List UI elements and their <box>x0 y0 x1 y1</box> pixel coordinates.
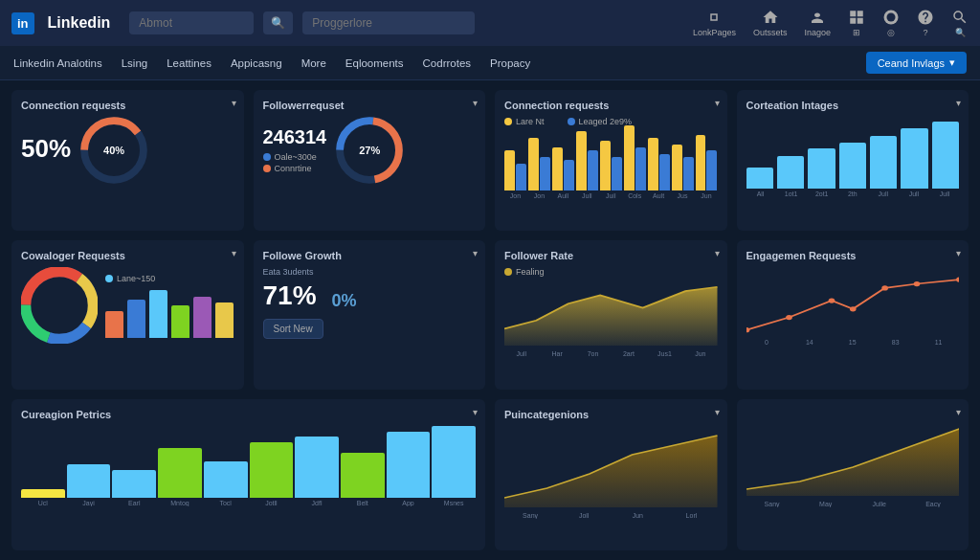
connection-chart-legend-dot-2 <box>552 118 560 125</box>
connection-chart-dropdown-icon[interactable]: ▾ <box>715 98 720 108</box>
follower-rate-chart <box>504 279 718 346</box>
svg-point-16 <box>849 306 856 311</box>
pc-x-3: Lorl <box>665 512 717 519</box>
grid-nav-icon[interactable]: ⊞ <box>848 9 865 37</box>
follower-req-dropdown-icon[interactable]: ▾ <box>473 98 478 108</box>
svg-point-15 <box>828 299 835 303</box>
search2-label: 🔍 <box>955 28 966 37</box>
cur-bar-2 <box>112 470 156 498</box>
subnav-leattines[interactable]: Leattines <box>167 57 212 69</box>
bar-3 <box>808 148 835 189</box>
cureagion-dropdown-icon[interactable]: ▾ <box>473 407 478 417</box>
follower-req-title: Followerrequset <box>263 100 477 111</box>
search-button-1[interactable]: 🔍 <box>263 11 293 34</box>
x-label-4: Juil <box>600 192 622 199</box>
follower-rate-legend: Fealing <box>504 267 718 277</box>
connection-req-donut-center: 40% <box>103 145 124 156</box>
brand-name: Linkedin <box>48 14 111 32</box>
bar-group-6 <box>624 125 646 190</box>
image-nav-icon[interactable]: Inagoe <box>804 9 831 37</box>
cx-label-4: Jull <box>869 190 898 197</box>
cowaloger-requests-card: Cowaloger Requests ▾ Lane~150 <box>11 240 244 389</box>
follow-growth-card: Followe Growth ▾ Eata 3udents 71% 0% Sor… <box>254 240 486 389</box>
search-input-1[interactable] <box>129 11 254 34</box>
lc-x-2: Julle <box>854 501 905 507</box>
last-card-dropdown-icon[interactable]: ▾ <box>956 407 961 417</box>
cx-label-2: 2ot1 <box>808 190 836 197</box>
puincate-dropdown-icon[interactable]: ▾ <box>715 407 720 417</box>
last-area-card: ▾ Sany May Julle Eacy <box>737 399 969 550</box>
search-input-2[interactable] <box>302 11 475 34</box>
subnav-codrrotes[interactable]: Codrrotes <box>423 57 472 69</box>
puincate-x-labels: Sany Joll Jun Lorl <box>504 512 718 519</box>
connection-req-stat: 50% <box>21 134 71 164</box>
subnav-more[interactable]: More <box>301 57 326 69</box>
subnav-eqlooments[interactable]: Eqlooments <box>345 57 404 69</box>
follower-legend-dot-1 <box>263 153 271 161</box>
home-nav-icon[interactable]: Outssets <box>753 9 788 37</box>
bar-6 <box>901 128 927 189</box>
lonkpages-nav-icon[interactable]: LonkPages <box>693 9 736 37</box>
bar-4 <box>839 143 866 189</box>
cowal-bar-4 <box>171 305 189 338</box>
svg-point-14 <box>786 315 792 320</box>
search-nav-icon[interactable]: 🔍 <box>951 9 969 37</box>
cx-label-0: All <box>746 190 775 197</box>
follow-growth-stats: 71% 0% <box>263 280 477 311</box>
x-label-0: Jon <box>504 192 526 199</box>
follower-rate-legend-dot <box>504 268 512 276</box>
sort-new-button[interactable]: Sort New <box>263 319 323 339</box>
engagement-title: Engagemen Requests <box>746 250 960 261</box>
follower-rate-title: Follower Rate <box>504 250 718 261</box>
follow-growth-stat2: 0% <box>332 291 357 311</box>
correction-images-card: Corteation Intages ▾ All 1ot1 2ot1 2th J… <box>737 90 969 231</box>
follower-rate-dropdown-icon[interactable]: ▾ <box>715 248 720 258</box>
follower-legend-label-2: Connrtine <box>275 164 312 173</box>
cx-label-5: Jull <box>900 190 928 197</box>
cowaloger-donut <box>21 267 98 344</box>
follower-legend-2: Connrtine <box>263 164 327 173</box>
follow-growth-dropdown-icon[interactable]: ▾ <box>473 248 478 258</box>
profile-nav-icon[interactable]: ◎ <box>882 9 900 37</box>
cowaloger-legend-1: Lane~150 <box>105 274 234 283</box>
cur-x-6: Jdfl <box>295 500 339 506</box>
cowaloger-dropdown-icon[interactable]: ▾ <box>232 248 236 258</box>
cur-x-0: Ucl <box>21 500 65 506</box>
svg-point-1 <box>887 13 896 22</box>
cowaloger-title: Cowaloger Requests <box>21 250 234 261</box>
cur-bar-1 <box>67 464 111 498</box>
cur-x-7: Belt <box>341 500 385 506</box>
bar-group-2 <box>528 138 550 190</box>
help-label: ? <box>923 28 927 37</box>
fr-x-0: Jull <box>504 350 538 357</box>
subnav-appicasng[interactable]: Appicasng <box>231 57 282 69</box>
engagement-dropdown-icon[interactable]: ▾ <box>956 248 961 258</box>
bar-group-5 <box>600 141 622 190</box>
dashboard-grid: Connection requests ▾ 50% 40% Followerre… <box>0 80 980 560</box>
follow-growth-sublabel: Eata 3udents <box>263 267 477 277</box>
bar-group-1 <box>504 150 526 190</box>
bar-group-4 <box>576 131 598 190</box>
cur-bar-8 <box>387 432 431 498</box>
eng-x-2: 15 <box>832 339 873 346</box>
subnav-analytics[interactable]: Linkedin Analotins <box>13 57 102 69</box>
x-label-3: Jull <box>576 192 598 199</box>
fr-x-1: Har <box>540 350 573 357</box>
cowal-bar-1 <box>105 311 123 338</box>
correction-images-dropdown-icon[interactable]: ▾ <box>956 98 961 108</box>
cur-bar-0 <box>21 489 65 498</box>
cur-bar-7 <box>341 453 385 498</box>
connection-req-donut: 40% <box>80 117 147 184</box>
connection-req-dropdown-icon[interactable]: ▾ <box>232 98 236 108</box>
help-nav-icon[interactable]: ? <box>917 9 934 37</box>
follower-request-card: Followerrequset ▾ 246314 Oale~300e Connr… <box>254 90 486 231</box>
puincate-chart <box>504 426 718 507</box>
create-invlags-button[interactable]: Ceand Invlags ▾ <box>866 52 967 74</box>
subnav-lsing[interactable]: Lsing <box>122 57 148 69</box>
fr-x-4: Jus1 <box>648 350 681 357</box>
nav-icons-group: LonkPages Outssets Inagoe ⊞ ◎ ? 🔍 <box>693 9 969 37</box>
secondary-navigation: Linkedin Analotins Lsing Leattines Appic… <box>0 46 980 80</box>
connection-chart-card: Connection requests ▾ Lare Nt Leaged 2e9… <box>495 90 727 231</box>
subnav-propacy[interactable]: Propacy <box>490 57 530 69</box>
cur-x-1: Jayi <box>67 500 111 506</box>
